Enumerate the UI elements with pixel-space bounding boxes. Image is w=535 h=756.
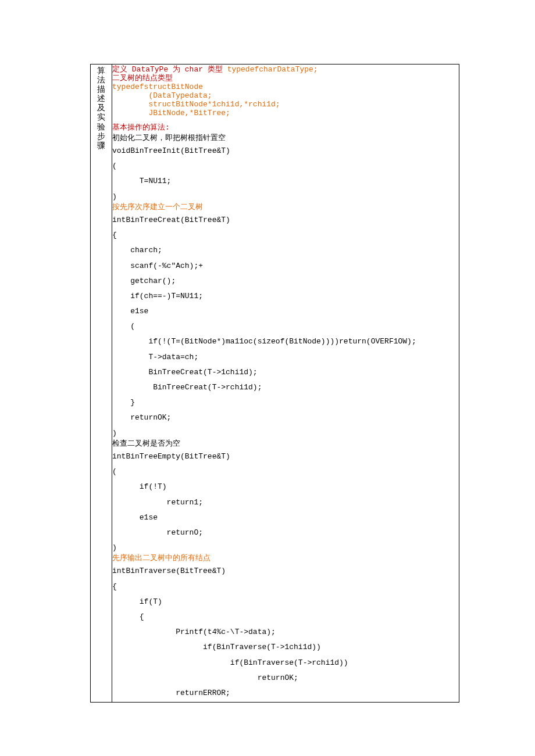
- code-line: typedefstructBitNode: [112, 83, 455, 92]
- page: 算法描述及实验步骤 定义 DataTyPe 为 char 类型 typedefc…: [0, 0, 535, 756]
- code-line: returnOK;: [112, 413, 455, 423]
- code-line: (: [112, 467, 455, 477]
- code-line: if(T): [112, 597, 455, 607]
- code-line: return1;: [112, 497, 455, 508]
- code-line: Printf(t4%c-\T->data);: [112, 627, 455, 637]
- code-line: intBinTreeEmpty(BitTree&T): [112, 452, 455, 462]
- code-line: 初始化二叉树，即把树根指针置空: [112, 133, 455, 144]
- code-line: 先序输出二叉树中的所有结点: [112, 553, 455, 564]
- code-line: 检查二叉树是否为空: [112, 439, 455, 449]
- code-line: charch;: [112, 245, 455, 256]
- code-line: (DataTypedata;: [112, 92, 455, 101]
- code-line: 定义 DataTyPe 为 char 类型 typedefcharDataTyp…: [112, 66, 455, 74]
- code-line: intBinTraverse(BitTree&T): [112, 566, 455, 576]
- code-line: if(ch==-)T=NU11;: [112, 291, 455, 302]
- table-frame: 算法描述及实验步骤 定义 DataTyPe 为 char 类型 typedefc…: [90, 64, 459, 703]
- code-line: {: [112, 230, 455, 241]
- text-orange: typedefcharDataType;: [227, 65, 318, 74]
- code-line: JBitNode,*BitTree;: [112, 109, 455, 118]
- code-line: BinTreeCreat(T->rchi1d);: [112, 382, 455, 393]
- code-line: if(BinTraverse(T->rchi1d)): [112, 658, 455, 668]
- code-line: e1se: [112, 306, 455, 317]
- code-line: }: [112, 397, 455, 408]
- code-line: e1se: [112, 513, 455, 523]
- code-line: T=NU11;: [112, 176, 455, 187]
- sidebar-title: 算法描述及实验步骤: [91, 66, 112, 151]
- code-line: T->data=ch;: [112, 352, 455, 363]
- text-red: 定义 DataTyPe 为 char 类型: [112, 65, 227, 74]
- code-line: 二叉树的结点类型: [112, 74, 455, 83]
- code-line: returnO;: [112, 528, 455, 538]
- code-line: ): [112, 192, 455, 202]
- code-line: BinTreeCreat(T->1chi1d);: [112, 367, 455, 378]
- code-line: getchar();: [112, 276, 455, 286]
- code-line: {: [112, 582, 455, 592]
- code-line: if(!T): [112, 482, 455, 492]
- code-line: (: [112, 161, 455, 171]
- code-line: scanf(-%c"Ach);+: [112, 261, 455, 271]
- code-line: if(!(T=(BitNode*)ma11oc(sizeof(BitNode))…: [112, 336, 455, 347]
- code-line: 按先序次序建立一个二叉树: [112, 202, 455, 213]
- code-line: (: [112, 321, 455, 332]
- code-line: ): [112, 428, 455, 439]
- code-line: if(BinTraverse(T->1chi1d)): [112, 642, 455, 653]
- code-line: returnOK;: [112, 673, 455, 683]
- code-line: intBinTreeCreat(BitTree&T): [112, 215, 455, 225]
- content-cell: 定义 DataTyPe 为 char 类型 typedefcharDataTyp…: [112, 65, 459, 702]
- sidebar-cell: 算法描述及实验步骤: [91, 65, 112, 702]
- code-line: {: [112, 612, 455, 622]
- code-line: returnERROR;: [112, 688, 455, 698]
- code-line: voidBinTreeInit(BitTree&T): [112, 146, 455, 156]
- code-line: 基本操作的算法:: [112, 123, 455, 133]
- code-line: ): [112, 543, 455, 553]
- code-line: structBitNode*1chi1d,*rchi1d;: [112, 101, 455, 109]
